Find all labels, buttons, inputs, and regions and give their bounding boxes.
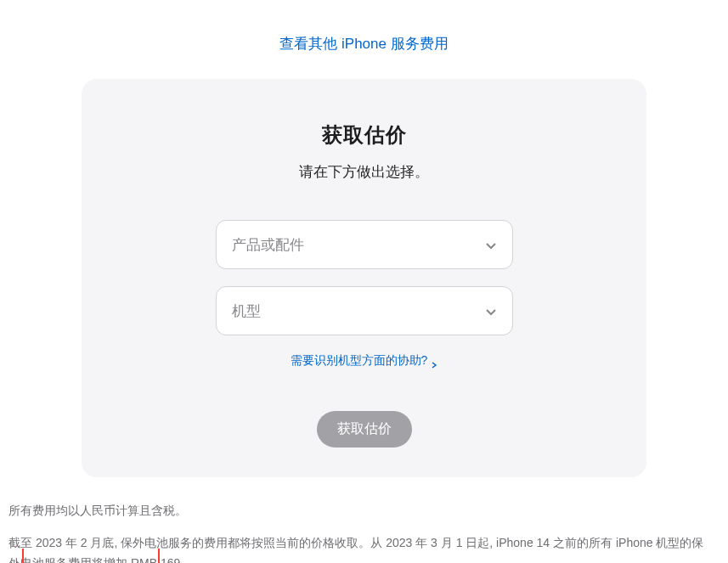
estimate-card: 获取估价 请在下方做出选择。 产品或配件 机型 需要识别机型方面的协助? <box>82 79 646 477</box>
help-link-label: 需要识别机型方面的协助? <box>291 353 428 369</box>
notice-highlight: 费用将增加 RMB 169。 <box>68 556 192 563</box>
identify-model-help-link[interactable]: 需要识别机型方面的协助? <box>291 353 438 369</box>
chevron-down-icon <box>485 305 497 317</box>
model-select-placeholder: 机型 <box>232 301 261 321</box>
product-select-placeholder: 产品或配件 <box>232 235 304 255</box>
product-select[interactable]: 产品或配件 <box>216 220 513 269</box>
card-title: 获取估价 <box>116 121 612 149</box>
card-subtitle: 请在下方做出选择。 <box>116 162 612 182</box>
chevron-right-icon <box>431 358 437 364</box>
model-select[interactable]: 机型 <box>216 286 513 335</box>
footer-notice: 截至 2023 年 2 月底, 保外电池服务的费用都将按照当前的价格收取。从 2… <box>8 533 714 563</box>
view-other-services-link[interactable]: 查看其他 iPhone 服务费用 <box>279 36 448 52</box>
footer-line1: 所有费用均以人民币计算且含税。 <box>8 501 714 521</box>
footer-text: 所有费用均以人民币计算且含税。 截至 2023 年 2 月底, 保外电池服务的费… <box>8 501 714 563</box>
get-estimate-button[interactable]: 获取估价 <box>317 411 412 448</box>
chevron-down-icon <box>485 239 497 251</box>
